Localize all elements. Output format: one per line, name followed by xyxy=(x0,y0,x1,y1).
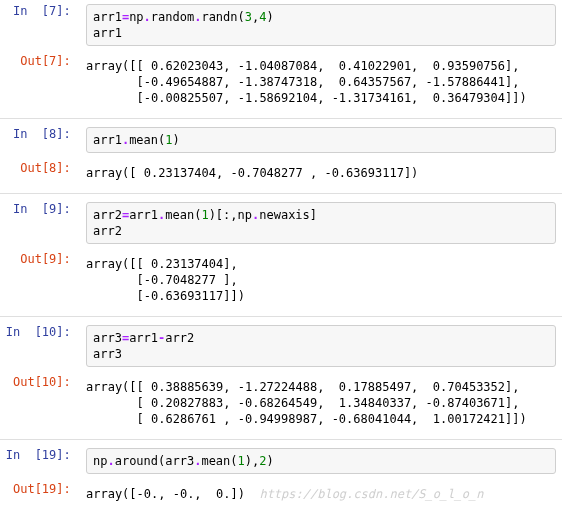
cell-out-9: Out[9]: array([[ 0.23137404], [-0.704827… xyxy=(0,248,562,312)
code-input-9[interactable]: arr2=arr1.mean(1)[:,np.newaxis] arr2 xyxy=(86,202,562,244)
code-input-8[interactable]: arr1.mean(1) xyxy=(86,127,562,153)
cell-separator xyxy=(0,316,562,317)
cell-out-10: Out[10]: array([[ 0.38885639, -1.2722448… xyxy=(0,371,562,435)
cell-separator xyxy=(0,439,562,440)
code-input-10[interactable]: arr3=arr1-arr2 arr3 xyxy=(86,325,562,367)
code-text-19: np.around(arr3.mean(1),2) xyxy=(86,448,556,474)
output-19-text: array([-0., -0., 0.]) xyxy=(86,487,245,501)
out-prompt-7: Out[7]: xyxy=(0,54,86,110)
output-8: array([ 0.23137404, -0.7048277 , -0.6369… xyxy=(86,161,556,185)
cell-separator xyxy=(0,118,562,119)
in-prompt-19: In [19]: xyxy=(0,448,86,474)
out-prompt-10: Out[10]: xyxy=(0,375,86,431)
in-prompt-10: In [10]: xyxy=(0,325,86,367)
cell-in-9: In [9]: arr2=arr1.mean(1)[:,np.newaxis] … xyxy=(0,198,562,248)
in-prompt-8: In [8]: xyxy=(0,127,86,153)
cell-in-8: In [8]: arr1.mean(1) xyxy=(0,123,562,157)
cell-out-7: Out[7]: array([[ 0.62023043, -1.04087084… xyxy=(0,50,562,114)
cell-out-8: Out[8]: array([ 0.23137404, -0.7048277 ,… xyxy=(0,157,562,189)
in-prompt-7: In [7]: xyxy=(0,4,86,46)
output-19: array([-0., -0., 0.]) https://blog.csdn.… xyxy=(86,482,556,506)
cell-in-7: In [7]: arr1=np.random.randn(3,4) arr1 xyxy=(0,0,562,50)
code-text-9: arr2=arr1.mean(1)[:,np.newaxis] arr2 xyxy=(86,202,556,244)
code-text-7: arr1=np.random.randn(3,4) arr1 xyxy=(86,4,556,46)
code-input-19[interactable]: np.around(arr3.mean(1),2) xyxy=(86,448,562,474)
cell-out-19: Out[19]: array([-0., -0., 0.]) https://b… xyxy=(0,478,562,510)
code-input-7[interactable]: arr1=np.random.randn(3,4) arr1 xyxy=(86,4,562,46)
watermark: https://blog.csdn.net/S_o_l_o_n xyxy=(245,487,483,501)
code-text-10: arr3=arr1-arr2 arr3 xyxy=(86,325,556,367)
code-text-8: arr1.mean(1) xyxy=(86,127,556,153)
output-10: array([[ 0.38885639, -1.27224488, 0.1788… xyxy=(86,375,556,431)
out-prompt-19: Out[19]: xyxy=(0,482,86,506)
cell-separator xyxy=(0,193,562,194)
out-prompt-8: Out[8]: xyxy=(0,161,86,185)
in-prompt-9: In [9]: xyxy=(0,202,86,244)
out-prompt-9: Out[9]: xyxy=(0,252,86,308)
output-9: array([[ 0.23137404], [-0.7048277 ], [-0… xyxy=(86,252,556,308)
output-7: array([[ 0.62023043, -1.04087084, 0.4102… xyxy=(86,54,556,110)
cell-in-19: In [19]: np.around(arr3.mean(1),2) xyxy=(0,444,562,478)
cell-in-10: In [10]: arr3=arr1-arr2 arr3 xyxy=(0,321,562,371)
